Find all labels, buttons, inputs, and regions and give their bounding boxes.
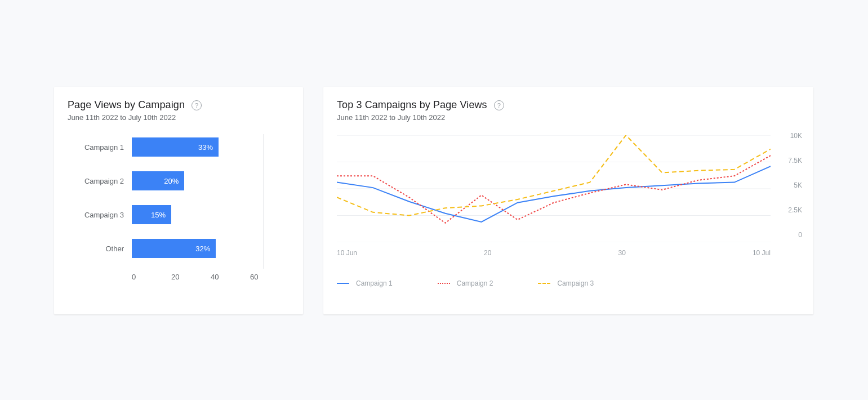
bar-x-axis: 0204060 <box>132 273 290 281</box>
series-line <box>337 166 771 222</box>
card-subtitle: June 11th 2022 to July 10th 2022 <box>337 113 800 122</box>
y-tick-label: 10K <box>780 132 802 140</box>
axis-tick: 40 <box>211 273 250 281</box>
legend-swatch <box>438 283 450 284</box>
card-page-views-by-campaign: Page Views by Campaign ? June 11th 2022 … <box>54 87 303 314</box>
legend-label: Campaign 3 <box>557 279 594 287</box>
card-title: Top 3 Campaigns by Page Views <box>337 99 487 111</box>
card-subtitle: June 11th 2022 to July 10th 2022 <box>68 113 290 122</box>
card-title: Page Views by Campaign <box>68 99 185 111</box>
card-header: Page Views by Campaign ? <box>68 99 290 111</box>
legend-item: Campaign 3 <box>538 279 594 287</box>
bar-fill: 32% <box>132 239 216 258</box>
axis-tick: 0 <box>132 273 171 281</box>
bar-row: Campaign 133% <box>68 137 290 157</box>
bar-label: Campaign 3 <box>68 211 132 219</box>
line-chart: 10K7.5K5K2.5K0 10 Jun203010 Jul <box>337 135 800 254</box>
legend-label: Campaign 1 <box>356 279 393 287</box>
bar-row: Campaign 315% <box>68 205 290 224</box>
series-line <box>337 135 771 216</box>
legend-item: Campaign 2 <box>438 279 493 287</box>
bar-chart: Campaign 133%Campaign 220%Campaign 315%O… <box>68 137 290 281</box>
line-chart-svg <box>337 135 771 242</box>
y-tick-label: 5K <box>780 181 802 189</box>
y-tick-label: 7.5K <box>780 157 802 165</box>
bar-fill: 20% <box>132 171 184 190</box>
y-axis-labels: 10K7.5K5K2.5K0 <box>780 132 802 239</box>
x-tick-label: 10 Jun <box>337 249 357 257</box>
bar-fill: 33% <box>132 137 219 157</box>
x-tick-label: 20 <box>484 249 491 257</box>
bar-track: 32% <box>132 239 290 258</box>
bar-label: Campaign 1 <box>68 143 132 152</box>
bar-track: 15% <box>132 205 290 224</box>
bar-label: Other <box>68 245 132 253</box>
y-tick-label: 0 <box>780 231 802 239</box>
y-tick-label: 2.5K <box>780 206 802 214</box>
chart-legend: Campaign 1Campaign 2Campaign 3 <box>337 279 800 287</box>
axis-tick: 20 <box>171 273 211 281</box>
help-icon[interactable]: ? <box>494 100 504 110</box>
x-axis-labels: 10 Jun203010 Jul <box>337 249 771 257</box>
bar-fill: 15% <box>132 205 171 224</box>
series-line <box>337 155 771 223</box>
bar-gridline <box>263 134 264 269</box>
card-header: Top 3 Campaigns by Page Views ? <box>337 99 800 111</box>
x-tick-label: 10 Jul <box>753 249 771 257</box>
legend-label: Campaign 2 <box>457 279 493 287</box>
legend-item: Campaign 1 <box>337 279 393 287</box>
axis-tick: 60 <box>250 273 290 281</box>
bar-row: Other32% <box>68 239 290 258</box>
x-tick-label: 30 <box>618 249 626 257</box>
bar-label: Campaign 2 <box>68 177 132 185</box>
legend-swatch <box>538 283 550 284</box>
bar-track: 20% <box>132 171 290 190</box>
bar-row: Campaign 220% <box>68 171 290 190</box>
bar-track: 33% <box>132 137 290 157</box>
help-icon[interactable]: ? <box>192 100 202 110</box>
card-top-3-campaigns: Top 3 Campaigns by Page Views ? June 11t… <box>323 87 813 314</box>
legend-swatch <box>337 283 349 284</box>
